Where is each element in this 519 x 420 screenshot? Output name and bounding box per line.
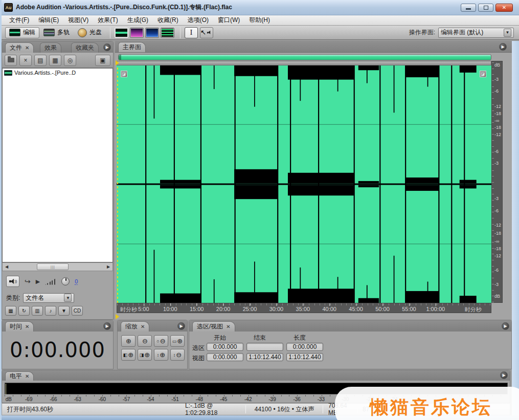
tab-level[interactable]: 电平 ✕ <box>5 371 34 381</box>
workspace-dropdown[interactable]: 编辑界面 (默认) ▼ <box>438 28 514 38</box>
edit-view-button[interactable]: 编辑 <box>5 27 39 38</box>
menu-item[interactable]: 编辑(E) <box>34 15 63 26</box>
waveform-display-icon <box>116 29 127 37</box>
chevron-down-icon[interactable]: ▼ <box>64 294 72 302</box>
display-options-button[interactable]: ▣ <box>95 55 110 66</box>
tab-close-icon[interactable]: ✕ <box>25 373 29 379</box>
tab-time[interactable]: 时间 ✕ <box>5 321 34 331</box>
preview-volume-value[interactable]: 0 <box>75 278 78 285</box>
chevron-down-icon[interactable]: ▼ <box>504 29 511 37</box>
level-db-label: -57 <box>123 396 130 402</box>
waveform-display-button[interactable] <box>115 28 128 38</box>
panel-menu-button[interactable]: ▶ <box>103 43 111 51</box>
tab-selection-view[interactable]: 选区/视图 ✕ <box>192 321 235 331</box>
auto-play-toggle[interactable]: )) <box>6 276 19 287</box>
menu-item[interactable]: 文件(F) <box>5 15 33 26</box>
tab-main-interface[interactable]: 主界面 <box>118 42 146 52</box>
spectral-phase-button[interactable] <box>161 28 174 38</box>
multitrack-view-button[interactable]: 多轨 <box>39 27 74 38</box>
zoom-in-left-edge-button[interactable]: ◧⊕ <box>121 349 136 361</box>
menu-item[interactable]: 帮助(H) <box>245 15 274 26</box>
selection-start-field[interactable]: 0:00.000 <box>207 343 243 351</box>
time-display[interactable]: 0:00.000 <box>2 331 113 368</box>
menu-item[interactable]: 收藏(R) <box>153 15 183 26</box>
zoom-in-horizontal-button[interactable]: ⊕ <box>121 335 136 347</box>
zoom-in-right-edge-button[interactable]: ◨⊕ <box>138 349 152 361</box>
playhead-cursor[interactable] <box>117 65 118 303</box>
spectral-frequency-button[interactable] <box>130 28 144 38</box>
loop-preview-button[interactable]: ↪ <box>25 277 31 285</box>
cd-button[interactable]: ◎ <box>64 55 76 66</box>
file-name: Various.Artists.-.[Pure..D <box>14 70 76 76</box>
scroll-right-icon[interactable]: ▶ <box>104 263 112 271</box>
playhead-marker-bottom[interactable] <box>116 314 119 319</box>
file-list-item[interactable]: Various.Artists.-.[Pure..D <box>3 69 112 77</box>
view-end-field[interactable]: 1:10:12.440 <box>246 353 283 361</box>
panel-menu-button[interactable]: ▶ <box>177 322 185 330</box>
menu-item[interactable]: 选项(O) <box>184 15 213 26</box>
scrollbar-thumb[interactable]: ||| <box>37 263 69 270</box>
overview-handle[interactable] <box>119 55 121 60</box>
filter-options-toggle[interactable]: ▼ <box>58 306 70 316</box>
tab-close-icon[interactable]: ✕ <box>25 324 29 329</box>
pan-scroll-bar[interactable] <box>117 61 491 65</box>
play-preview-button[interactable]: ▶ <box>36 278 40 285</box>
tab-favorites[interactable]: 收藏夹 <box>71 42 99 53</box>
show-audio-toggle[interactable]: ♪ <box>45 306 56 316</box>
tab-effects[interactable]: 效果 <box>40 42 61 53</box>
scrub-tool-button[interactable]: ↖ <box>200 27 213 38</box>
menu-item[interactable]: 窗口(W) <box>214 15 244 26</box>
cd-view-button[interactable]: 光盘 <box>74 27 106 38</box>
show-loops-toggle[interactable]: ↻ <box>18 306 30 316</box>
tab-zoom-label: 缩放 <box>125 322 138 331</box>
zoom-out-horizontal-button[interactable]: ⊖ <box>138 335 152 347</box>
edit-indicator-left-icon[interactable]: ◪ <box>121 71 127 77</box>
show-waveforms-toggle[interactable]: ▦ <box>5 306 16 316</box>
overview-navigation-bar[interactable] <box>118 54 491 60</box>
spectral-pan-button[interactable] <box>145 28 159 38</box>
zoom-out-vertical-button[interactable]: ↕⊖ <box>170 349 185 361</box>
tab-files[interactable]: 文件 ✕ <box>5 42 34 53</box>
time-ruler[interactable]: 时分秒 时分秒 5:0010:0015:0020:0025:0030:0035:… <box>117 303 491 313</box>
waveform-display[interactable]: ◪ ◪ <box>117 65 491 303</box>
close-button[interactable]: ✕ <box>495 4 513 12</box>
view-length-field[interactable]: 1:10:12.440 <box>286 353 323 361</box>
zoom-in-vertical-button[interactable]: ↕⊕ <box>154 349 168 361</box>
panel-menu-button[interactable]: ▶ <box>103 322 111 330</box>
selection-end-field[interactable] <box>246 343 283 351</box>
show-cd-list-toggle[interactable]: CD <box>72 306 83 316</box>
zoom-to-selection-button[interactable]: ▭⊕ <box>170 335 185 347</box>
category-dropdown[interactable]: 文件名 ▼ <box>23 293 74 303</box>
panel-menu-button[interactable]: ▶ <box>499 43 507 51</box>
tab-close-icon[interactable]: ✕ <box>141 324 145 329</box>
panel-menu-button[interactable]: ▶ <box>500 371 508 379</box>
file-list-hscrollbar[interactable]: ◀ ||| ▶ <box>2 262 113 271</box>
menu-item[interactable]: 生成(G) <box>123 15 152 26</box>
tab-selection-view-label: 选区/视图 <box>197 322 223 331</box>
view-start-field[interactable]: 0:00.000 <box>207 353 243 361</box>
restore-button[interactable] <box>478 4 493 12</box>
panel-menu-button[interactable]: ▶ <box>502 322 509 330</box>
edit-indicator-right-icon[interactable]: ◪ <box>480 71 486 77</box>
playhead-marker-top[interactable] <box>116 60 119 65</box>
menu-item[interactable]: 视图(V) <box>64 15 93 26</box>
menu-item[interactable]: 效果(T) <box>94 15 122 26</box>
tab-close-icon[interactable]: ✕ <box>226 324 230 329</box>
tab-zoom[interactable]: 缩放 ✕ <box>121 321 149 331</box>
category-row: 类别: 文件名 ▼ <box>2 292 113 304</box>
insert-into-multitrack-button[interactable]: ▤ <box>34 55 47 66</box>
import-file-button[interactable] <box>5 55 17 66</box>
selection-length-field[interactable]: 0:00.000 <box>286 343 323 351</box>
time-selection-tool-button[interactable]: I <box>185 27 198 38</box>
tab-close-icon[interactable]: ✕ <box>25 45 29 51</box>
preview-volume-knob[interactable] <box>61 277 70 285</box>
zoom-out-full-button[interactable]: ○⊖ <box>154 335 168 347</box>
app-icon[interactable]: Au <box>4 3 13 12</box>
level-db-label: -48 <box>196 396 203 402</box>
insert-into-cd-button[interactable]: ▦ <box>49 55 61 66</box>
amplitude-ruler[interactable]: dB-3-6-12-18-∞-18-12-6-3 -3-6-12-18-∞-18… <box>491 61 503 303</box>
show-video-toggle[interactable]: ▥ <box>32 306 43 316</box>
close-file-button[interactable]: × <box>19 55 32 66</box>
minimize-button[interactable] <box>461 4 476 12</box>
scroll-left-icon[interactable]: ◀ <box>3 263 11 271</box>
